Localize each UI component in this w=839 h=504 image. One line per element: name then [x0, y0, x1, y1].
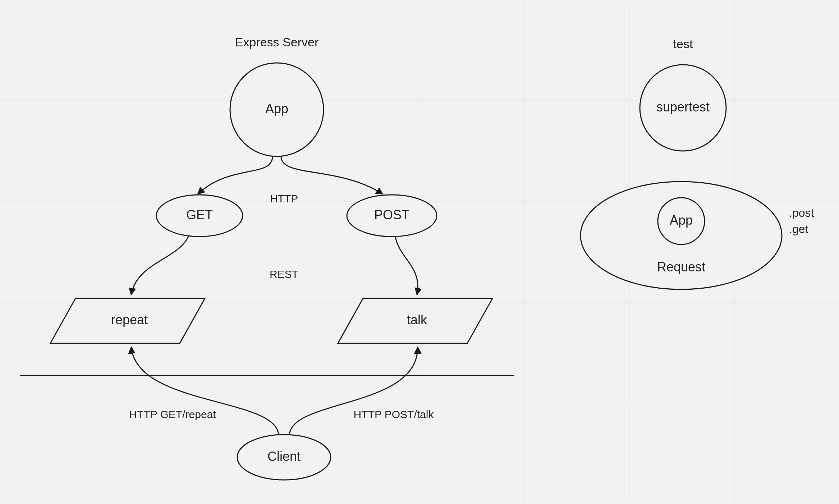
app-node: App	[230, 63, 324, 156]
supertest-node: supertest	[640, 65, 726, 151]
edge-post-to-talk	[395, 237, 418, 295]
client-label: Client	[267, 449, 301, 464]
client-get-label: HTTP GET/repeat	[129, 408, 216, 420]
get-node: GET	[156, 195, 243, 237]
edge-client-to-talk	[289, 347, 418, 435]
right-diagram: test supertest App Request .post .get	[581, 37, 814, 289]
express-server-title: Express Server	[235, 35, 318, 49]
get-method-label: .get	[789, 223, 808, 235]
http-label: HTTP	[270, 193, 298, 205]
rest-label: REST	[270, 268, 298, 280]
post-label: POST	[374, 207, 409, 222]
post-node: POST	[347, 195, 437, 237]
talk-node: talk	[338, 298, 492, 343]
client-post-label: HTTP POST/talk	[354, 408, 434, 420]
edge-client-to-repeat	[131, 347, 279, 435]
request-label: Request	[657, 260, 705, 274]
get-label: GET	[186, 207, 213, 222]
left-diagram: Express Server App HTTP GET POST REST	[20, 35, 514, 480]
app-label: App	[265, 101, 288, 116]
inner-app-label: App	[670, 213, 693, 228]
supertest-label: supertest	[656, 100, 710, 114]
edge-app-to-post	[281, 156, 383, 194]
test-title: test	[673, 37, 693, 51]
client-node: Client	[237, 435, 331, 480]
edge-app-to-get	[198, 156, 272, 194]
edge-get-to-repeat	[131, 235, 189, 295]
post-method-label: .post	[789, 206, 814, 219]
talk-label: talk	[407, 312, 427, 327]
repeat-node: repeat	[50, 298, 205, 343]
request-node: App Request	[581, 182, 782, 289]
repeat-label: repeat	[111, 312, 148, 327]
